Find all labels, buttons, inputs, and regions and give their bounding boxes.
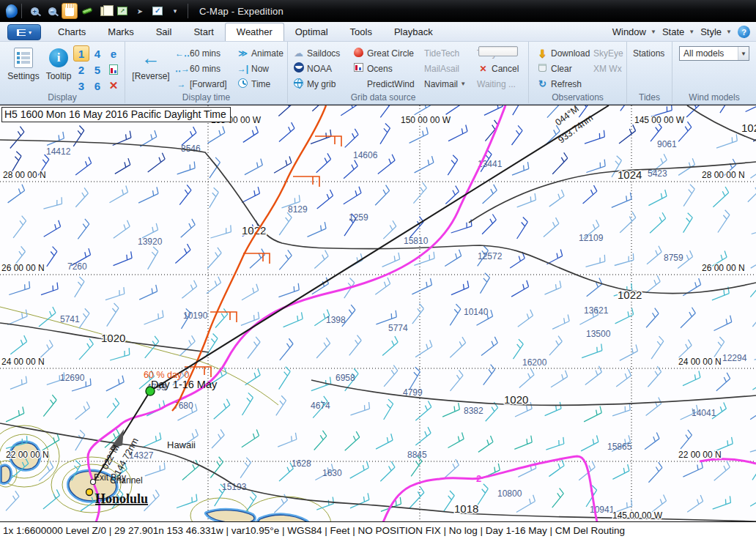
wind-barb [42,197,63,209]
animate-button[interactable]: ≫Animate [237,45,284,61]
time-button[interactable]: Time [237,76,284,92]
cancel-button[interactable]: ✕Cancel [477,61,519,76]
display-clear-button[interactable]: ✕ [105,78,122,94]
wind-barb [648,495,668,512]
window-export-icon[interactable] [114,3,130,19]
wind-barb [404,487,425,508]
now-button[interactable]: →|Now [237,61,284,76]
wind-barb [441,250,462,267]
skyeye-button[interactable]: SkyEye [593,45,623,61]
noaa-button[interactable]: NOAA [292,61,340,76]
copy-pages-icon[interactable] [97,3,113,19]
tab-sail[interactable]: Sail [145,23,183,41]
display-preset-e[interactable]: e [105,45,122,62]
depth-sounding: 1398 [326,315,346,325]
refresh-observations-button[interactable]: ↻Refresh [536,76,590,92]
tooltip-button[interactable]: i Tooltip [40,45,78,81]
predictwind-button[interactable]: PredictWind [352,76,415,92]
reverse-button[interactable]: ← [Reverse] [131,45,171,81]
wind-barb [442,155,459,175]
wind-barb [371,185,390,206]
weather-chart[interactable]: 1441285461460613441906154231392081291259… [0,105,756,522]
clear-observations-button[interactable]: Clear [536,61,590,76]
xm-wx-button[interactable]: XM Wx [593,61,623,76]
application-menu-button[interactable]: ▾ [7,24,41,40]
wind-barb [477,337,498,356]
marker-tool-icon[interactable] [79,3,95,19]
refresh-icon: ↻ [536,78,549,89]
depth-sounding: 5741 [60,314,80,324]
wind-barb [440,403,462,417]
menu-window[interactable]: Window [612,26,646,37]
depth-sounding: 15865 [607,442,632,452]
wind-barb [139,433,162,447]
wind-barb [4,185,26,203]
check-tool-icon[interactable] [149,3,166,19]
wind-barb [714,105,732,113]
my-grib-button[interactable]: My grib [292,76,340,92]
wind-barb [39,489,61,509]
wind-model-select[interactable]: All models ▼ [679,46,749,61]
wind-barb [712,210,730,233]
tab-start[interactable]: Start [182,23,224,41]
menu-style[interactable]: Style [700,26,722,37]
download-observations-button[interactable]: ⬇Download [536,45,590,61]
mailasail-button[interactable]: MailAsail [424,61,466,76]
wind-barb [445,370,464,390]
chevron-down-icon: ▼ [651,29,656,35]
wind-barb [378,399,394,420]
wind-barb [746,403,756,420]
navimail-button[interactable]: Navimail ▼ [424,76,466,92]
display-preset-2[interactable]: 2 [73,62,89,78]
wind-barb [111,251,133,265]
back-60-mins-button[interactable]: ←‥60 mins [175,45,227,61]
divider [188,4,188,18]
display-preset-1[interactable]: 1 [73,45,89,62]
zoom-out-icon[interactable]: − [44,3,60,19]
app-logo-icon [5,4,18,18]
menu-state[interactable]: State [662,26,684,37]
wind-barb [1,491,20,510]
display-preset-3[interactable]: 3 [73,78,89,94]
tab-charts[interactable]: Charts [47,23,97,41]
display-preset-4[interactable]: 4 [89,45,105,62]
forward-button[interactable]: →[Forward] [175,76,227,92]
wind-barb [506,125,523,145]
tidetech-button[interactable]: TideTech [424,45,466,61]
depth-sounding: 10800 [497,488,522,499]
ocens-button[interactable]: Ocens [352,61,415,76]
wind-barb [275,250,293,270]
display-preset-6[interactable]: 6 [89,78,105,94]
depth-sounding: 1259 [349,212,368,223]
wind-barb [617,344,640,360]
settings-button[interactable]: Settings [4,45,42,81]
wind-barb [175,335,196,356]
depth-sounding: 14606 [353,150,378,160]
tab-marks[interactable]: Marks [97,23,144,41]
pan-hand-icon[interactable] [62,3,78,19]
pointer-tool-icon[interactable]: ➤ [132,3,148,19]
depth-sounding: 13500 [586,329,611,339]
tab-optimal[interactable]: Optimal [284,23,339,41]
wind-barb [581,486,598,507]
wind-barb [510,162,530,175]
chart-area[interactable]: 1441285461460613441906154231392081291259… [0,105,756,521]
wind-barb [142,247,159,270]
tab-weather[interactable]: Weather [225,23,284,41]
display-notes-button[interactable] [105,62,122,78]
zoom-in-icon[interactable]: + [26,3,42,19]
wind-barb [144,153,166,172]
display-preset-5[interactable]: 5 [89,62,105,78]
help-button[interactable]: ? [738,26,750,38]
wind-barb [747,253,756,268]
forward-60-mins-button[interactable]: ‥→60 mins [175,61,227,76]
depth-sounding: 12690 [60,373,85,383]
saildocs-button[interactable]: ☁Saildocs [292,45,340,61]
tab-playback[interactable]: Playback [383,23,444,41]
stations-button[interactable]: Stations [633,45,664,61]
great-circle-button[interactable]: Great Circle [352,45,415,61]
tab-tools[interactable]: Tools [339,23,383,41]
wind-barb [313,190,334,209]
wind-barb [475,436,494,452]
quick-toolbar-dropdown-icon[interactable]: ▾ [167,3,183,19]
